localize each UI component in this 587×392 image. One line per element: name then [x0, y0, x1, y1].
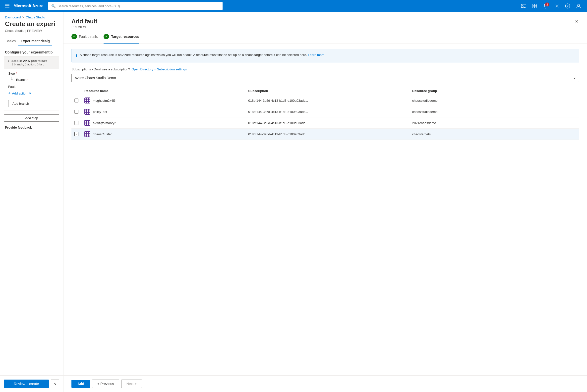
tree-connector: └: [8, 77, 14, 82]
row-4-checkbox[interactable]: ✓: [74, 132, 78, 136]
table-row[interactable]: msghustm2k4l6 018bf144-3a6d-4c13-b1d3-d1…: [72, 95, 579, 106]
table-row[interactable]: ✓ chaosCluster 018bf144-3a6d-4c13-b1d3-d…: [72, 128, 579, 140]
topbar: Microsoft Azure 🔍 2 ?: [0, 0, 587, 12]
row-4-name-cell: chaosCluster: [84, 131, 248, 137]
subscriptions-row: Subscriptions - Don't see a subscription…: [64, 68, 587, 71]
open-directory-link[interactable]: Open Directory + Subscription settings: [131, 68, 187, 71]
wizard-step-label-2: Target resources: [111, 34, 139, 38]
add-button[interactable]: Add: [72, 380, 90, 388]
search-input[interactable]: [58, 4, 220, 8]
wizard-steps: ✓ Fault details ✓ Target resources: [64, 29, 587, 44]
dialog-title: Add fault: [72, 18, 97, 25]
row-2-subscription: 018bf144-3a6d-4c13-b1d3-d100a03adc...: [248, 110, 412, 114]
svg-point-9: [556, 5, 557, 7]
resources-table: Resource name Subscription Resource grou…: [72, 87, 579, 375]
row-3-name-cell: a2wzqzkmaoty2: [84, 120, 248, 126]
table-col-resource-group: Resource group: [412, 89, 576, 93]
next-button[interactable]: Next >: [121, 380, 142, 388]
subscription-dropdown[interactable]: Azure Chaos Studio Demo ∨: [72, 74, 579, 82]
configure-label: Configure your experiment b: [0, 46, 63, 56]
row-2-resource-name: policyTest: [93, 110, 107, 114]
wizard-step-fault-details[interactable]: ✓ Fault details: [72, 34, 98, 44]
info-box: ℹ A chaos target resource is an Azure re…: [72, 49, 579, 62]
review-create-button[interactable]: Review + create: [4, 380, 49, 388]
step-chevron-icon: ∧: [7, 60, 10, 63]
resource-icon: [84, 131, 90, 137]
add-step-button[interactable]: Add step: [4, 114, 59, 122]
row-2-checkbox-cell: [74, 110, 84, 114]
table-col-resource-name: Resource name: [84, 89, 248, 93]
row-3-resource-name: a2wzqzkmaoty2: [93, 121, 116, 125]
svg-rect-2: [5, 7, 10, 8]
provide-feedback: Provide feedback: [0, 126, 63, 131]
cloud-shell-button[interactable]: [519, 2, 528, 10]
fault-label: Fault: [8, 83, 55, 90]
row-1-resource-name: msghustm2k4l6: [93, 99, 116, 102]
table-row[interactable]: a2wzqzkmaoty2 018bf144-3a6d-4c13-b1d3-d1…: [72, 118, 579, 128]
checkmark-icon: ✓: [75, 132, 78, 136]
notification-badge: 2: [545, 2, 549, 6]
resource-icon: [84, 120, 90, 126]
user-account-button[interactable]: [574, 2, 583, 10]
search-icon: 🔍: [51, 4, 56, 8]
learn-more-link[interactable]: Learn more: [308, 53, 324, 57]
dialog-subtitle: PREVIEW: [72, 25, 97, 29]
row-3-resource-group: 2021chaosdemo: [412, 121, 576, 125]
subscription-dropdown-container: Azure Chaos Studio Demo ∨: [64, 74, 587, 82]
previous-button[interactable]: < Previous: [92, 380, 119, 388]
step-header[interactable]: ∧ Step 1: AKS pod failure 1 branch, 0 ac…: [4, 56, 59, 69]
svg-rect-7: [533, 6, 534, 8]
close-button[interactable]: ×: [574, 18, 579, 25]
dialog-header: Add fault PREVIEW ×: [64, 12, 587, 29]
step-content: Step * └ Branch * Fault + Add action ∨: [4, 69, 59, 110]
search-bar[interactable]: 🔍: [48, 2, 222, 10]
subscriptions-label: Subscriptions - Don't see a subscription…: [72, 68, 130, 71]
step-tree: └ Branch *: [8, 76, 55, 83]
breadcrumb-chaos-studio[interactable]: Chaos Studio: [26, 16, 45, 19]
tab-experiment-design[interactable]: Experiment desig: [18, 36, 52, 46]
tab-basics[interactable]: Basics: [3, 36, 18, 46]
row-2-checkbox[interactable]: [74, 110, 78, 114]
svg-rect-0: [5, 4, 10, 4]
svg-rect-8: [535, 6, 537, 8]
wizard-step-circle-2: ✓: [104, 34, 109, 39]
row-3-subscription: 018bf144-3a6d-4c13-b1d3-d100a03adc...: [248, 121, 412, 125]
topbar-icons: 2 ?: [519, 2, 583, 10]
breadcrumb: Dashboard > Chaos Studio: [0, 12, 63, 19]
wizard-step-label-1: Fault details: [79, 34, 98, 38]
svg-text:?: ?: [566, 4, 568, 8]
svg-rect-5: [533, 4, 534, 6]
row-3-checkbox-cell: [74, 121, 84, 125]
row-3-checkbox[interactable]: [74, 121, 78, 125]
resource-icon: [84, 98, 90, 104]
settings-button[interactable]: [552, 2, 561, 10]
row-2-resource-group: chaosstudiodemo: [412, 110, 576, 114]
step-meta: 1 branch, 0 action, 0 targ: [12, 63, 56, 66]
table-col-checkbox: [74, 89, 84, 93]
resource-icon: [84, 109, 90, 115]
row-4-subscription: 018bf144-3a6d-4c13-b1d3-d100a03adc...: [248, 132, 412, 136]
svg-rect-3: [521, 4, 526, 8]
left-nav-button[interactable]: <: [51, 380, 59, 388]
add-action-button[interactable]: + Add action ∨: [8, 90, 55, 97]
hamburger-menu[interactable]: [4, 2, 11, 10]
row-1-checkbox[interactable]: [74, 98, 78, 102]
notifications-button[interactable]: 2: [541, 2, 550, 10]
svg-rect-1: [5, 6, 10, 6]
step-title: Step 1: AKS pod failure: [12, 59, 56, 63]
table-row[interactable]: policyTest 018bf144-3a6d-4c13-b1d3-d100a…: [72, 106, 579, 118]
wizard-step-circle-1: ✓: [72, 34, 77, 39]
row-2-name-cell: policyTest: [84, 109, 248, 115]
add-branch-button[interactable]: Add branch: [8, 100, 33, 107]
row-1-subscription: 018bf144-3a6d-4c13-b1d3-d100a03adc...: [248, 99, 412, 102]
breadcrumb-dashboard[interactable]: Dashboard: [5, 16, 21, 19]
wizard-step-target-resources[interactable]: ✓ Target resources: [104, 34, 139, 44]
directory-button[interactable]: [530, 2, 539, 10]
step-field-label: Step *: [8, 72, 55, 75]
info-text: A chaos target resource is an Azure reso…: [80, 53, 307, 57]
page-subtitle: Chaos Studio | PREVIEW: [0, 29, 63, 36]
main-layout: Dashboard > Chaos Studio Create an exper…: [0, 12, 587, 392]
help-button[interactable]: ?: [563, 2, 572, 10]
dialog-footer: Add < Previous Next >: [64, 375, 587, 392]
step-box: ∧ Step 1: AKS pod failure 1 branch, 0 ac…: [4, 56, 59, 110]
